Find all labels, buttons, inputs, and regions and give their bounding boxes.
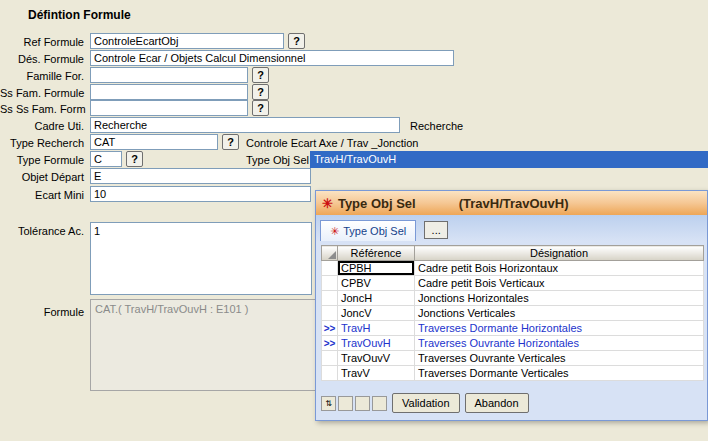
designation-cell[interactable]: Traverses Dormante Verticales — [415, 366, 704, 381]
more-options-button[interactable]: ... — [424, 221, 448, 239]
des-formule-label: Dés. Formule — [0, 53, 84, 65]
designation-cell[interactable]: Traverses Dormante Horizontales — [415, 321, 704, 336]
ecart-mini-label: Ecart Mini — [0, 189, 84, 201]
reference-cell[interactable]: TravOuvV — [338, 351, 415, 366]
row-marker — [322, 351, 338, 366]
field-row-ref-formule: Ref Formule ? — [0, 33, 708, 51]
table-row[interactable]: CPBH Cadre petit Bois Horizontaux — [322, 261, 704, 276]
sort-triangle-icon — [328, 251, 336, 259]
ss-fam-label: Ss Fam. Formule — [0, 87, 84, 99]
ss-ss-fam-label: Ss Ss Fam. Form — [0, 103, 84, 115]
record-nav-button[interactable] — [372, 396, 387, 411]
reference-cell[interactable]: CPBV — [338, 276, 415, 291]
row-marker: >> — [322, 336, 338, 351]
ecart-mini-input[interactable] — [90, 186, 311, 202]
record-nav-button[interactable] — [338, 396, 353, 411]
type-recherch-input[interactable] — [90, 134, 218, 150]
des-formule-input[interactable] — [90, 50, 454, 66]
table-row[interactable]: >> TravH Traverses Dormante Horizontales — [322, 321, 704, 336]
reference-cell[interactable]: CPBH — [338, 261, 415, 276]
field-row-famille: Famille For. ? — [0, 67, 708, 85]
record-nav-sort-button[interactable]: ⇅ — [321, 396, 336, 411]
objet-depart-label: Objet Départ — [0, 171, 84, 183]
row-marker — [322, 276, 338, 291]
row-marker — [322, 291, 338, 306]
row-marker — [322, 306, 338, 321]
popup-title-context: (TravH/TravOuvH) — [459, 196, 569, 211]
type-obj-sel-label: Type Obj Sel — [246, 154, 309, 166]
type-recherch-help-button[interactable]: ? — [222, 134, 239, 150]
ss-ss-fam-help-button[interactable]: ? — [252, 100, 269, 116]
table-row[interactable]: JoncV Jonctions Verticales — [322, 306, 704, 321]
designation-cell[interactable]: Cadre petit Bois Verticaux — [415, 276, 704, 291]
formule-label: Formule — [0, 306, 84, 318]
famille-label: Famille For. — [0, 70, 84, 82]
designation-cell[interactable]: Jonctions Horizontales — [415, 291, 704, 306]
app-icon: ✳ — [322, 197, 333, 210]
field-row-des-formule: Dés. Formule — [0, 50, 708, 68]
objet-depart-input[interactable] — [90, 168, 311, 184]
field-row-type-formule: Type Formule ? Type Obj Sel TravH/TravOu… — [0, 151, 708, 169]
type-formule-label: Type Formule — [0, 154, 84, 166]
type-formule-help-button[interactable]: ? — [126, 151, 143, 167]
famille-input[interactable] — [90, 67, 248, 83]
famille-help-button[interactable]: ? — [252, 67, 269, 83]
field-row-cadre-uti: Cadre Uti. Recherche — [0, 117, 708, 135]
reference-cell[interactable]: JoncV — [338, 306, 415, 321]
tab-label: Type Obj Sel — [343, 225, 406, 237]
popup-bottom-bar: ⇅ Validation Abandon — [321, 393, 529, 413]
col-header-designation[interactable]: Désignation — [415, 246, 704, 261]
designation-cell[interactable]: Jonctions Verticales — [415, 306, 704, 321]
validation-button[interactable]: Validation — [392, 393, 460, 413]
tab-type-obj-sel[interactable]: ✳ Type Obj Sel — [320, 220, 416, 241]
tolerance-label: Tolérance Ac. — [0, 225, 84, 237]
popup-tab-strip: ✳ Type Obj Sel ... — [316, 215, 707, 241]
type-obj-sel-value-field[interactable]: TravH/TravOuvH — [310, 151, 708, 168]
type-recherch-label: Type Recherch — [0, 137, 84, 149]
definition-formule-window: Défintion Formule Ref Formule ? Dés. For… — [0, 0, 708, 441]
ref-formule-help-button[interactable]: ? — [288, 33, 305, 49]
type-obj-table: Référence Désignation CPBH Cadre petit B… — [321, 245, 704, 381]
popup-title: Type Obj Sel — [338, 196, 416, 211]
table-row[interactable]: >> TravOuvH Traverses Ouvrante Horizonta… — [322, 336, 704, 351]
record-nav-button[interactable] — [355, 396, 370, 411]
field-row-objet-depart: Objet Départ — [0, 168, 708, 186]
table-row[interactable]: TravOuvV Traverses Ouvrante Verticales — [322, 351, 704, 366]
cadre-uti-suffix-text: Recherche — [410, 120, 463, 132]
table-row[interactable]: JoncH Jonctions Horizontales — [322, 291, 704, 306]
designation-cell[interactable]: Traverses Ouvrante Verticales — [415, 351, 704, 366]
formule-display: CAT.( TravH/TravOuvH : E101 ) — [90, 299, 316, 391]
ss-fam-help-button[interactable]: ? — [252, 84, 269, 100]
type-formule-input[interactable] — [90, 151, 122, 167]
row-marker — [322, 261, 338, 276]
ref-formule-label: Ref Formule — [0, 36, 84, 48]
reference-cell[interactable]: TravH — [338, 321, 415, 336]
tolerance-input[interactable]: 1 — [90, 222, 312, 295]
col-header-reference[interactable]: Référence — [338, 246, 415, 261]
ref-formule-input[interactable] — [90, 33, 284, 49]
table-row[interactable]: TravV Traverses Dormante Verticales — [322, 366, 704, 381]
designation-cell[interactable]: Traverses Ouvrante Horizontales — [415, 336, 704, 351]
row-marker: >> — [322, 321, 338, 336]
field-row-type-recherch: Type Recherch ? Controle Ecart Axe / Tra… — [0, 134, 708, 152]
abandon-button[interactable]: Abandon — [465, 393, 529, 413]
select-all-header[interactable] — [322, 246, 338, 261]
popup-titlebar[interactable]: ✳ Type Obj Sel (TravH/TravOuvH) — [316, 191, 707, 215]
reference-cell[interactable]: TravOuvH — [338, 336, 415, 351]
tab-icon: ✳ — [330, 225, 339, 238]
type-obj-sel-popup: ✳ Type Obj Sel (TravH/TravOuvH) ✳ Type O… — [315, 190, 708, 421]
field-row-ss-ss-fam: Ss Ss Fam. Form ? — [0, 100, 708, 118]
reference-cell[interactable]: JoncH — [338, 291, 415, 306]
cadre-uti-input[interactable] — [90, 117, 400, 133]
cadre-uti-label: Cadre Uti. — [0, 120, 84, 132]
page-title: Défintion Formule — [28, 8, 131, 22]
ss-fam-input[interactable] — [90, 84, 248, 100]
reference-cell[interactable]: TravV — [338, 366, 415, 381]
type-recherch-description: Controle Ecart Axe / Trav _Jonction — [246, 137, 418, 149]
designation-cell[interactable]: Cadre petit Bois Horizontaux — [415, 261, 704, 276]
table-header-row: Référence Désignation — [322, 246, 704, 261]
table-row[interactable]: CPBV Cadre petit Bois Verticaux — [322, 276, 704, 291]
row-marker — [322, 366, 338, 381]
ss-ss-fam-input[interactable] — [90, 100, 248, 116]
